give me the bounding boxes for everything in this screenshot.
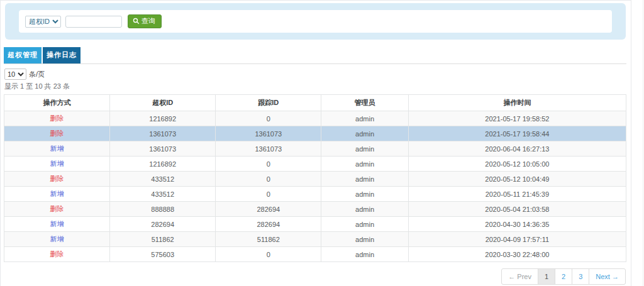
search-panel: 超权ID 查询: [5, 3, 626, 40]
cell-super-id: 1361073: [110, 126, 216, 141]
cell-super-id: 433512: [110, 187, 216, 202]
row-action-link[interactable]: 新增: [50, 145, 64, 152]
cell-action: 新增: [4, 141, 110, 157]
cell-action: 新增: [4, 217, 110, 232]
cell-action: 删除: [4, 126, 110, 141]
table-row: 删除12168920admin2021-05-17 19:58:52: [4, 111, 626, 126]
table-row: 新增4335120admin2020-05-11 21:45:39: [4, 187, 626, 202]
window-edge-line: [643, 0, 643, 286]
cell-admin: admin: [321, 126, 408, 141]
prev-page-button[interactable]: ← Prev: [501, 268, 538, 285]
cell-admin: admin: [321, 247, 408, 262]
cell-super-id: 433512: [110, 172, 216, 187]
next-page-button[interactable]: Next →: [589, 268, 626, 285]
table-row: 新增12168920admin2020-05-12 10:05:00: [4, 157, 626, 172]
tab-super-manage[interactable]: 超权管理: [4, 47, 42, 63]
cell-track-id: 0: [216, 187, 321, 202]
cell-action: 新增: [4, 187, 110, 202]
table-row: 删除5756030admin2020-03-30 22:48:00: [4, 247, 626, 262]
cell-admin: admin: [321, 157, 408, 172]
cell-time: 2020-05-11 21:45:39: [408, 187, 626, 202]
table-row: 删除888888282694admin2020-05-04 21:03:58: [4, 202, 626, 217]
cell-admin: admin: [321, 187, 408, 202]
header-row: 操作方式 超权ID 跟踪ID 管理员 操作时间: [4, 95, 626, 111]
row-action-link[interactable]: 删除: [50, 175, 64, 182]
cell-track-id: 0: [216, 157, 321, 172]
cell-super-id: 1216892: [110, 111, 216, 126]
search-field-select[interactable]: 超权ID: [25, 16, 61, 28]
cell-time: 2020-03-30 22:48:00: [408, 247, 626, 262]
cell-track-id: 282694: [216, 202, 321, 217]
cell-action: 新增: [4, 157, 110, 172]
col-header-action: 操作方式: [4, 95, 110, 111]
table-row: 新增282694282694admin2020-04-30 14:36:35: [4, 217, 626, 232]
cell-time: 2020-05-04 21:03:58: [408, 202, 626, 217]
row-action-link[interactable]: 新增: [50, 220, 64, 228]
row-action-link[interactable]: 新增: [50, 190, 64, 197]
page-number-button[interactable]: 1: [538, 268, 555, 285]
cell-action: 删除: [4, 202, 110, 217]
cell-super-id: 575603: [110, 247, 216, 262]
search-button-label: 查询: [142, 17, 155, 25]
table-row: 删除4335120admin2020-05-12 10:04:49: [4, 172, 626, 187]
cell-admin: admin: [321, 202, 408, 217]
cell-track-id: 1361073: [216, 126, 321, 141]
cell-super-id: 1361073: [110, 141, 216, 157]
log-table-body: 删除12168920admin2021-05-17 19:58:52删除1361…: [4, 111, 626, 262]
cell-track-id: 511862: [216, 232, 321, 247]
table-row: 新增511862511862admin2020-04-09 17:57:11: [4, 232, 626, 247]
cell-admin: admin: [321, 232, 408, 247]
cell-action: 新增: [4, 232, 110, 247]
page-size-select[interactable]: 10: [4, 69, 26, 80]
cell-admin: admin: [321, 111, 408, 126]
col-header-time: 操作时间: [408, 95, 626, 111]
cell-time: 2020-04-30 14:36:35: [408, 217, 626, 232]
search-button[interactable]: 查询: [128, 14, 162, 28]
search-icon: [133, 18, 140, 25]
table-row: 新增13610731361073admin2020-06-04 16:27:13: [4, 141, 626, 157]
records-summary: 显示 1 至 10 共 23 条: [4, 82, 626, 91]
cell-time: 2020-04-09 17:57:11: [408, 232, 626, 247]
main-container: 超权ID 查询 超权管理 操作日志 10 条/页 显示 1 至 10 共 23 …: [0, 0, 631, 286]
cell-super-id: 1216892: [110, 157, 216, 172]
row-action-link[interactable]: 删除: [50, 205, 64, 212]
cell-admin: admin: [321, 141, 408, 157]
row-action-link[interactable]: 删除: [50, 250, 64, 258]
tab-operation-log[interactable]: 操作日志: [43, 47, 80, 63]
row-action-link[interactable]: 删除: [50, 114, 64, 122]
table-row: 删除13610731361073admin2021-05-17 19:58:44: [4, 126, 626, 141]
page-number-button[interactable]: 3: [572, 268, 589, 285]
cell-action: 删除: [4, 172, 110, 187]
cell-track-id: 1361073: [216, 141, 321, 157]
cell-track-id: 0: [216, 247, 321, 262]
cell-time: 2021-05-17 19:58:52: [408, 111, 626, 126]
list-controls: 10 条/页: [4, 69, 626, 80]
cell-admin: admin: [321, 217, 408, 232]
search-form: 超权ID 查询: [19, 10, 612, 33]
cell-admin: admin: [321, 172, 408, 187]
cell-action: 删除: [4, 247, 110, 262]
cell-super-id: 282694: [110, 217, 216, 232]
page-number-button[interactable]: 2: [555, 268, 572, 285]
cell-track-id: 0: [216, 111, 321, 126]
search-input[interactable]: [65, 16, 122, 28]
page-size-label: 条/页: [29, 70, 45, 79]
col-header-admin: 管理员: [321, 95, 408, 111]
row-action-link[interactable]: 删除: [50, 129, 64, 137]
log-table-header: 操作方式 超权ID 跟踪ID 管理员 操作时间: [4, 95, 626, 111]
col-header-super-id: 超权ID: [110, 95, 216, 111]
tab-bar: 超权管理 操作日志: [4, 47, 626, 64]
pagination: ← Prev 123Next →: [4, 268, 626, 285]
cell-track-id: 0: [216, 172, 321, 187]
row-action-link[interactable]: 新增: [50, 235, 64, 243]
cell-super-id: 888888: [110, 202, 216, 217]
row-action-link[interactable]: 新增: [50, 160, 64, 167]
cell-time: 2020-06-04 16:27:13: [408, 141, 626, 157]
cell-action: 删除: [4, 111, 110, 126]
cell-track-id: 282694: [216, 217, 321, 232]
log-table: 操作方式 超权ID 跟踪ID 管理员 操作时间 删除12168920admin2…: [4, 94, 626, 262]
cell-time: 2020-05-12 10:04:49: [408, 172, 626, 187]
cell-time: 2020-05-12 10:05:00: [408, 157, 626, 172]
cell-super-id: 511862: [110, 232, 216, 247]
cell-time: 2021-05-17 19:58:44: [408, 126, 626, 141]
